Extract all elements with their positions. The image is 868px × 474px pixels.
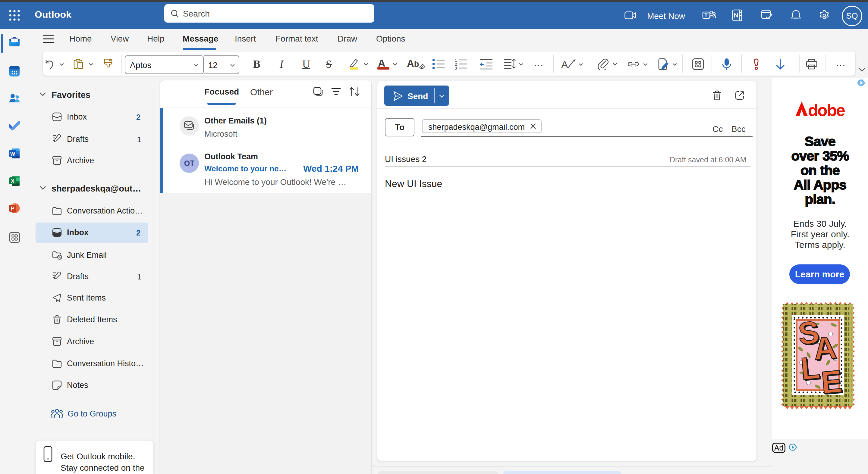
svg-text:L: L	[799, 350, 821, 386]
svg-text:X: X	[11, 178, 14, 184]
svg-text:P: P	[11, 206, 14, 212]
svg-text:3: 3	[455, 66, 457, 70]
svg-text:W: W	[10, 151, 16, 157]
svg-text:dobe: dobe	[808, 101, 845, 116]
svg-text:A: A	[561, 59, 568, 70]
svg-text:E: E	[820, 364, 844, 400]
